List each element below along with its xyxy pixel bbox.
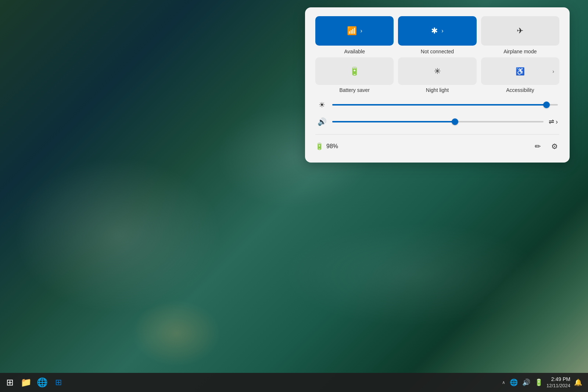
battery-saver-label: Battery saver <box>315 87 394 93</box>
labels-row-2: Battery saver Night light Accessibility <box>315 87 559 93</box>
quick-settings-panel: 📶 › ✱ › ✈ Available Not connected Airpla… <box>305 7 570 163</box>
bluetooth-icon: ✱ <box>431 26 438 36</box>
labels-row-1: Available Not connected Airplane mode <box>315 49 559 54</box>
volume-track <box>332 121 544 122</box>
battery-tray-icon[interactable]: 🔋 <box>535 378 543 386</box>
sliders-section: ☀ 🔊 ⇌ › <box>315 100 559 126</box>
volume-tray-icon[interactable]: 🔊 <box>522 378 530 386</box>
wifi-icon: 📶 <box>347 26 357 36</box>
battery-info: 🔋 98% <box>315 142 338 150</box>
battery-status-icon: 🔋 <box>315 142 323 150</box>
clock-date: 12/11/2024 <box>546 383 570 389</box>
notification-bell[interactable]: 🔔 <box>574 378 582 386</box>
brightness-fill <box>332 104 546 106</box>
windows-logo-icon: ⊞ <box>6 377 14 388</box>
edge-icon: 🌐 <box>37 377 48 388</box>
volume-fill <box>332 121 455 122</box>
volume-thumb[interactable] <box>452 118 458 125</box>
brightness-thumb[interactable] <box>543 101 550 108</box>
gear-icon: ⚙ <box>551 142 558 150</box>
wifi-chevron: › <box>361 28 362 34</box>
brightness-slider-wrapper[interactable] <box>332 101 558 108</box>
wifi-toggle[interactable]: 📶 › <box>315 16 394 46</box>
toggle-row-1: 📶 › ✱ › ✈ <box>315 16 559 46</box>
brightness-icon: ☀ <box>317 100 327 109</box>
volume-mixer-button[interactable]: ⇌ › <box>549 118 558 126</box>
store-icon: ⊞ <box>55 378 62 387</box>
accessibility-icon: ♿ <box>516 67 525 76</box>
folder-icon: 📁 <box>21 377 32 388</box>
accessibility-label: Accessibility <box>481 87 559 93</box>
battery-saver-toggle[interactable]: 🔋 <box>315 57 394 85</box>
start-button[interactable]: ⊞ <box>3 375 17 389</box>
accessibility-toggle[interactable]: ♿ › <box>481 57 559 85</box>
toggle-row-2: 🔋 ✳ ♿ › <box>315 57 559 85</box>
airplane-label: Airplane mode <box>481 49 559 54</box>
accessibility-chevron: › <box>552 68 554 74</box>
bottom-bar: 🔋 98% ✏ ⚙ <box>315 134 559 152</box>
show-hidden-icons-button[interactable]: ∧ <box>502 380 505 385</box>
battery-percent: 98% <box>326 143 338 150</box>
edit-icon: ✏ <box>535 142 541 150</box>
network-tray-icon[interactable]: 🌐 <box>510 378 518 386</box>
clock-area[interactable]: 2:49 PM 12/11/2024 <box>546 376 570 389</box>
battery-saver-icon: 🔋 <box>349 67 359 76</box>
airplane-icon: ✈ <box>517 26 523 36</box>
volume-slider-wrapper[interactable] <box>332 118 544 125</box>
brightness-slider-row: ☀ <box>317 100 558 109</box>
night-light-label: Night light <box>398 87 476 93</box>
airplane-toggle[interactable]: ✈ <box>481 16 559 46</box>
night-light-icon: ✳ <box>434 67 441 76</box>
windows-store-button[interactable]: ⊞ <box>51 375 65 389</box>
brightness-track <box>332 104 558 106</box>
system-tray: ∧ 🌐 🔊 🔋 <box>502 378 543 386</box>
bottom-icons: ✏ ⚙ <box>533 140 559 152</box>
volume-icon: 🔊 <box>317 117 327 126</box>
taskbar-apps: ⊞ 📁 🌐 ⊞ <box>3 375 65 389</box>
taskbar-right: ∧ 🌐 🔊 🔋 2:49 PM 12/11/2024 🔔 <box>502 376 582 389</box>
edge-browser-button[interactable]: 🌐 <box>35 375 49 389</box>
bluetooth-chevron: › <box>441 28 443 34</box>
file-explorer-button[interactable]: 📁 <box>19 375 33 389</box>
settings-button[interactable]: ⚙ <box>550 140 559 152</box>
wifi-label: Available <box>315 49 394 54</box>
bluetooth-label: Not connected <box>398 49 476 54</box>
volume-slider-row: 🔊 ⇌ › <box>317 117 558 126</box>
edit-button[interactable]: ✏ <box>533 140 542 152</box>
volume-mixer-icon: ⇌ <box>549 118 554 126</box>
clock-time: 2:49 PM <box>546 376 570 382</box>
taskbar: ⊞ 📁 🌐 ⊞ ∧ 🌐 🔊 🔋 2:49 PM 12/11/2024 🔔 <box>0 373 588 392</box>
volume-mixer-chevron: › <box>556 118 558 126</box>
night-light-toggle[interactable]: ✳ <box>398 57 476 85</box>
bluetooth-toggle[interactable]: ✱ › <box>398 16 476 46</box>
